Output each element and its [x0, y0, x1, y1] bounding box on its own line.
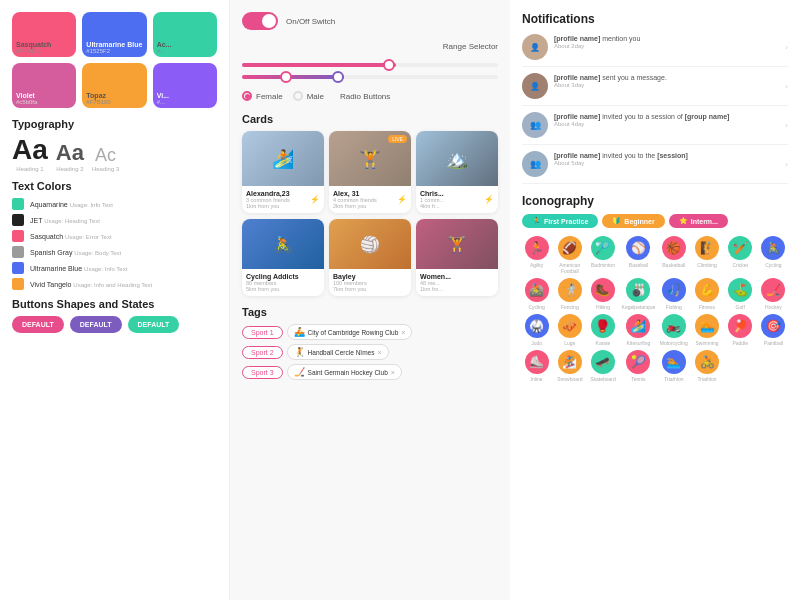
notif-item-4[interactable]: 👥 [profile name] invited you to the [ses… — [522, 151, 788, 184]
group-name-2: Bayley — [333, 273, 407, 280]
icon-label-kitesurfing: Kitesurfing — [627, 340, 651, 346]
icon-label-snowboard: Snowboard — [557, 376, 582, 382]
icon-triathlon-2: 🚴 Triathlon — [692, 350, 721, 382]
swatch-name: Violet — [16, 92, 72, 99]
tags-title: Tags — [242, 306, 498, 318]
person-card-2[interactable]: 🏋️ LIVE Alex, 31 4 common friends 2km fr… — [329, 131, 411, 213]
swatch-hex: #FF567C — [16, 48, 72, 54]
icon-circle-swimming: 🏊 — [695, 314, 719, 338]
color-dot-ultramarine — [12, 262, 24, 274]
filter-label-3: Interm... — [691, 218, 718, 225]
tag-row-2: Sport 2 🤾 Handball Cercle Nîmes × — [242, 344, 498, 360]
button-row-1: DEFAULT DEFAULT DEFAULT — [12, 316, 217, 333]
buttons-title: Buttons Shapes and States — [12, 298, 217, 310]
text-color-spanish-gray: Spanish Gray Usage: Body Text — [12, 246, 217, 258]
tag-remove-2[interactable]: × — [377, 349, 381, 356]
toggle-switch[interactable] — [242, 12, 278, 30]
icon-cricket: 🏏 Cricket — [726, 236, 755, 274]
notif-item-3[interactable]: 👥 [profile name] invited you to a sessio… — [522, 112, 788, 145]
group-card-2[interactable]: 🏐 Bayley 100 members 7km from you — [329, 219, 411, 296]
notifications-title: Notifications — [522, 12, 788, 26]
text-color-ultramarine: Ultramarine Blue Usage: Info Text — [12, 262, 217, 274]
tag-remove-1[interactable]: × — [401, 329, 405, 336]
filter-icon-2: 🔰 — [612, 217, 621, 225]
icon-label-paintball: Paintball — [764, 340, 783, 346]
notif-item-2[interactable]: 👤 [profile name] sent you a message. Abo… — [522, 73, 788, 106]
icon-circle-fishing: 🎣 — [662, 278, 686, 302]
notif-avatar-4: 👥 — [522, 151, 548, 177]
swatch-hex: #... — [157, 99, 213, 105]
middle-panel: On/Off Switch Range Selector Female Male… — [230, 0, 510, 600]
swatch-name: Ac... — [157, 41, 213, 48]
icon-swimming: 🏊 Swimming — [692, 314, 721, 346]
range-track-1[interactable] — [242, 63, 498, 67]
radio-female[interactable]: Female — [242, 91, 283, 101]
button-default-teal[interactable]: DEFAULT — [128, 316, 180, 333]
icon-luge: 🛷 Luge — [555, 314, 584, 346]
tag-text-2: Handball Cercle Nîmes — [308, 349, 375, 356]
icon-label-tennis: Tennis — [631, 376, 645, 382]
text-color-sasquatch: Sasquatch Usage: Error Text — [12, 230, 217, 242]
icon-circle-agility: 🏃 — [525, 236, 549, 260]
icon-label-football: American Football — [555, 262, 584, 274]
icon-label-inline: Inline — [531, 376, 543, 382]
person-card-3[interactable]: 🏔️ Chris... 1 comm... 4km fr... ⚡ — [416, 131, 498, 213]
icon-hiking: 🥾 Hiking — [588, 278, 617, 310]
heading-3: Ac Heading 3 — [92, 146, 119, 172]
group-card-body-2: Bayley 100 members 7km from you — [329, 269, 411, 296]
range-track-2[interactable] — [242, 75, 498, 79]
icon-circle-snowboard: 🏂 — [558, 350, 582, 374]
icon-circle-motorcycling: 🏍️ — [662, 314, 686, 338]
tag-remove-3[interactable]: × — [391, 369, 395, 376]
notif-avatar-2: 👤 — [522, 73, 548, 99]
icon-golf: ⛳ Golf — [726, 278, 755, 310]
range-thumb-1[interactable] — [383, 59, 395, 71]
notif-primary-1: [profile name] mention you — [554, 34, 779, 43]
heading-1-label: Heading 1 — [12, 166, 48, 172]
filter-first-practice[interactable]: 🏃 First Practice — [522, 214, 598, 228]
icon-label-fishing: Fishing — [666, 304, 682, 310]
card-distance-3: 4km fr... — [420, 203, 444, 209]
notif-item-1[interactable]: 👤 [profile name] mention you About 2day … — [522, 34, 788, 67]
group-name-1: Cycling Addicts — [246, 273, 320, 280]
range-thumb-left[interactable] — [280, 71, 292, 83]
notif-arrow-1: › — [785, 43, 788, 52]
icon-label-cycling2: Cycling — [528, 304, 544, 310]
notif-text-2: [profile name] sent you a message. About… — [554, 73, 779, 88]
icon-circle-fencing: 🤺 — [558, 278, 582, 302]
icon-circle-cricket: 🏏 — [728, 236, 752, 260]
heading-1: Aa Heading 1 — [12, 136, 48, 172]
icon-circle-hiking: 🥾 — [591, 278, 615, 302]
button-default-pink[interactable]: DEFAULT — [12, 316, 64, 333]
filter-intermediate[interactable]: ⭐ Interm... — [669, 214, 728, 228]
icon-circle-kitesurfing: 🏄 — [626, 314, 650, 338]
group-card-1[interactable]: 🚴 Cycling Addicts 80 members 5km from yo… — [242, 219, 324, 296]
notif-primary-2: [profile name] sent you a message. — [554, 73, 779, 82]
tag-value-2[interactable]: 🤾 Handball Cercle Nîmes × — [287, 344, 389, 360]
range-thumb-right[interactable] — [332, 71, 344, 83]
text-color-aquamarine-label: Aquamarine Usage: Info Text — [30, 201, 113, 208]
color-dot-spanish-gray — [12, 246, 24, 258]
tag-value-1[interactable]: 🚣 City of Cambridge Rowing Club × — [287, 324, 413, 340]
person-card-1[interactable]: 🏄 Alexandra,23 3 common friends 1km from… — [242, 131, 324, 213]
tag-value-3[interactable]: 🏒 Saint Germain Hockey Club × — [287, 364, 402, 380]
text-colors-title: Text Colors — [12, 180, 217, 192]
icon-circle-football: 🏈 — [558, 236, 582, 260]
notif-avatar-3: 👥 — [522, 112, 548, 138]
card-body-3: Chris... 1 comm... 4km fr... ⚡ — [416, 186, 498, 213]
button-default-purple[interactable]: DEFAULT — [70, 316, 122, 333]
icon-petanque: 🎳 Kegelpetanque — [622, 278, 656, 310]
iconography-title: Iconography — [522, 194, 788, 208]
tag-text-1: City of Cambridge Rowing Club — [308, 329, 399, 336]
radio-male[interactable]: Male — [293, 91, 324, 101]
group-card-3[interactable]: 🏋️ Women... 48 me... 1km fro... — [416, 219, 498, 296]
icon-filter-row: 🏃 First Practice 🔰 Beginner ⭐ Interm... — [522, 214, 788, 228]
right-panel: Notifications 👤 [profile name] mention y… — [510, 0, 800, 600]
icon-circle-tennis: 🎾 — [626, 350, 650, 374]
card-img-3: 🏔️ — [416, 131, 498, 186]
radio-label-female: Female — [256, 92, 283, 101]
swatch-hex: #1525F2 — [86, 48, 142, 54]
notif-primary-4: [profile name] invited you to the [sessi… — [554, 151, 779, 160]
filter-beginner[interactable]: 🔰 Beginner — [602, 214, 664, 228]
filter-label-1: First Practice — [544, 218, 588, 225]
